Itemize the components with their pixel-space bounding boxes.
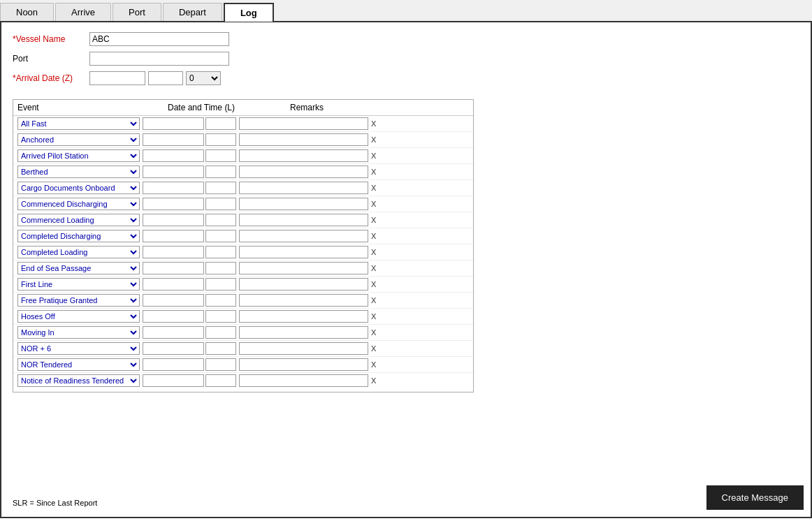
datetime-date-input-5[interactable] [143,198,204,210]
remarks-input-7[interactable] [239,230,368,242]
arrival-label: *Arrival Date (Z) [13,73,89,83]
datetime-time-input-7[interactable] [205,230,236,242]
remove-row-btn-3[interactable]: X [371,168,376,176]
datetime-time-input-1[interactable] [205,133,236,146]
remove-row-btn-15[interactable]: X [371,360,376,369]
datetime-date-input-6[interactable] [143,214,204,226]
event-select-0[interactable]: All Fast [17,117,140,130]
remarks-input-2[interactable] [239,149,368,162]
port-input[interactable] [89,52,229,66]
remarks-input-3[interactable] [239,166,368,178]
remove-row-btn-0[interactable]: X [371,119,376,128]
event-select-11[interactable]: Free Pratique Granted [17,294,140,307]
remove-row-btn-5[interactable]: X [371,200,376,208]
datetime-time-input-11[interactable] [205,294,236,307]
remarks-input-12[interactable] [239,310,368,323]
event-select-10[interactable]: First Line [17,278,140,291]
remove-row-btn-11[interactable]: X [371,296,376,304]
table-header: Event Date and Time (L) Remarks [13,100,473,116]
datetime-time-input-8[interactable] [205,246,236,258]
remarks-input-4[interactable] [239,182,368,194]
vessel-name-input[interactable] [89,32,229,46]
datetime-time-input-0[interactable] [205,117,236,130]
remarks-input-11[interactable] [239,294,368,307]
datetime-time-input-6[interactable] [205,214,236,226]
remove-row-btn-8[interactable]: X [371,248,376,256]
event-select-16[interactable]: Notice of Readiness Tendered [17,374,140,387]
datetime-time-input-5[interactable] [205,198,236,210]
datetime-time-input-14[interactable] [205,342,236,355]
arrival-time-input[interactable] [148,71,183,85]
remove-row-btn-4[interactable]: X [371,184,376,192]
event-select-7[interactable]: Completed Discharging [17,230,140,242]
datetime-date-input-12[interactable] [143,310,204,323]
remarks-input-1[interactable] [239,133,368,146]
event-select-6[interactable]: Commenced Loading [17,214,140,226]
remove-row-btn-12[interactable]: X [371,312,376,321]
event-select-8[interactable]: Completed Loading [17,246,140,258]
datetime-time-input-16[interactable] [205,374,236,387]
remove-row-btn-2[interactable]: X [371,152,376,160]
remove-row-btn-10[interactable]: X [371,280,376,288]
datetime-date-input-15[interactable] [143,358,204,371]
remove-row-btn-13[interactable]: X [371,328,376,337]
event-select-13[interactable]: Moving In [17,326,140,339]
datetime-time-input-15[interactable] [205,358,236,371]
datetime-date-input-3[interactable] [143,166,204,178]
event-select-14[interactable]: NOR + 6 [17,342,140,355]
datetime-time-input-4[interactable] [205,182,236,194]
datetime-time-input-9[interactable] [205,262,236,274]
tab-arrive[interactable]: Arrive [55,3,111,21]
tab-port[interactable]: Port [113,3,161,21]
remarks-input-6[interactable] [239,214,368,226]
remarks-input-10[interactable] [239,278,368,291]
tab-log[interactable]: Log [224,3,274,22]
datetime-time-input-12[interactable] [205,310,236,323]
event-select-9[interactable]: End of Sea Passage [17,262,140,274]
datetime-date-input-0[interactable] [143,117,204,130]
vessel-label: *Vessel Name [13,34,89,44]
datetime-date-input-4[interactable] [143,182,204,194]
remove-row-btn-6[interactable]: X [371,216,376,224]
datetime-date-input-14[interactable] [143,342,204,355]
create-message-button[interactable]: Create Message [706,485,804,510]
datetime-date-input-1[interactable] [143,133,204,146]
remarks-input-16[interactable] [239,374,368,387]
event-select-12[interactable]: Hoses Off [17,310,140,323]
remarks-input-9[interactable] [239,262,368,274]
datetime-date-input-2[interactable] [143,149,204,162]
arrival-date-input[interactable] [89,71,145,85]
event-select-4[interactable]: Cargo Documents Onboard [17,182,140,194]
table-row: Completed Discharging X [13,228,473,244]
datetime-date-input-8[interactable] [143,246,204,258]
datetime-time-input-2[interactable] [205,149,236,162]
remarks-input-8[interactable] [239,246,368,258]
event-select-2[interactable]: Arrived Pilot Station [17,149,140,162]
datetime-date-input-10[interactable] [143,278,204,291]
tab-noon[interactable]: Noon [0,3,54,21]
datetime-time-input-3[interactable] [205,166,236,178]
remarks-input-15[interactable] [239,358,368,371]
datetime-date-input-13[interactable] [143,326,204,339]
remove-row-btn-16[interactable]: X [371,376,376,385]
remove-row-btn-9[interactable]: X [371,264,376,272]
event-select-5[interactable]: Commenced Discharging [17,198,140,210]
remarks-input-14[interactable] [239,342,368,355]
remarks-input-13[interactable] [239,326,368,339]
remarks-input-5[interactable] [239,198,368,210]
remove-row-btn-7[interactable]: X [371,232,376,240]
arrival-tz-select[interactable]: 0 1 -1 2 -2 [186,71,221,85]
datetime-time-input-10[interactable] [205,278,236,291]
datetime-date-input-16[interactable] [143,374,204,387]
datetime-date-input-7[interactable] [143,230,204,242]
datetime-date-input-11[interactable] [143,294,204,307]
tab-depart[interactable]: Depart [163,3,222,21]
event-select-15[interactable]: NOR Tendered [17,358,140,371]
event-select-3[interactable]: Berthed [17,166,140,178]
remove-row-btn-14[interactable]: X [371,344,376,353]
datetime-time-input-13[interactable] [205,326,236,339]
remarks-input-0[interactable] [239,117,368,130]
event-select-1[interactable]: Anchored [17,133,140,146]
remove-row-btn-1[interactable]: X [371,135,376,144]
datetime-date-input-9[interactable] [143,262,204,274]
